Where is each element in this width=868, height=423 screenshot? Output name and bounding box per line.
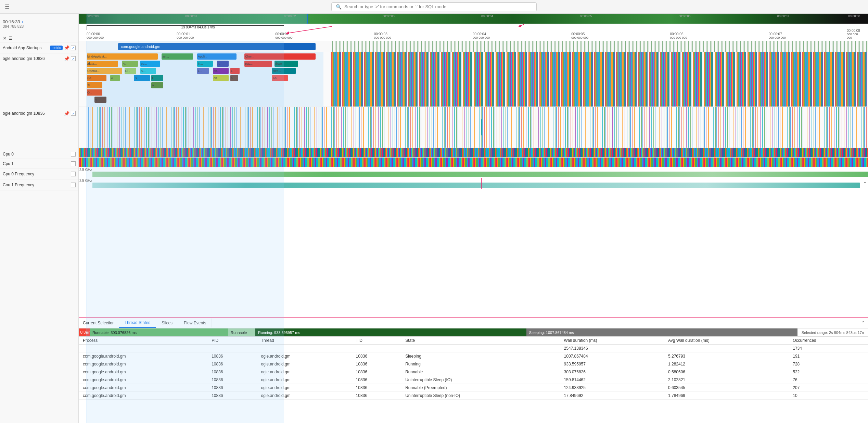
detail-tick-8: 00:00:08000 000 000 (847, 29, 860, 39)
table-summary-row: 2547.138346 1734 (79, 345, 868, 352)
track-label-cpu1-freq: Cou 1 Frequency (0, 179, 78, 190)
table-row: com.google.android.gm10836ogle.android.g… (79, 368, 868, 376)
bottom-panel: Current Selection Thread States Slices F… (79, 317, 868, 423)
flame-an[interactable]: An... (272, 75, 288, 81)
table-row: com.google.android.gm10836ogle.android.g… (79, 352, 868, 360)
tab-flow-events[interactable]: Flow Events (178, 319, 212, 327)
pin-icon-android[interactable]: 📌 (64, 45, 69, 50)
track-row-ogle2[interactable] (79, 107, 868, 148)
flame-on2[interactable]: on... (213, 75, 229, 81)
checkbox-cpu1[interactable] (71, 161, 76, 166)
detail-tick-6: 00:00:06000 000 000 (670, 32, 687, 39)
flame-data[interactable]: /data... (87, 61, 118, 67)
col-state: State (401, 337, 560, 345)
track-row-cpu0-freq[interactable]: 2.5 GHz (79, 167, 868, 178)
flame-appli[interactable]: Appli... (197, 53, 237, 60)
flame-st[interactable]: St... (87, 82, 102, 88)
arrow-overview-to-detail (513, 24, 554, 29)
table-row: com.google.android.gm10836ogle.android.g… (79, 376, 868, 384)
detail-tick-1: 00:00:01000 000 000 (177, 32, 194, 39)
flame-trav[interactable]: trav... (244, 61, 272, 67)
track-label-cpu0-freq: Cpu 0 Frequency (0, 169, 78, 179)
track-row-cpu0[interactable] (79, 148, 868, 158)
checkbox-cpu0-freq[interactable] (71, 172, 76, 176)
tab-thread-states[interactable]: Thread States (119, 318, 156, 328)
flame-a4[interactable]: A (110, 75, 120, 81)
flame-pe[interactable]: pe... (140, 61, 160, 67)
checkbox-cpu1-freq[interactable] (71, 183, 76, 187)
pin-icon-ogle2[interactable]: 📌 (64, 111, 69, 116)
flame-a2[interactable]: A (217, 61, 229, 67)
scroll-hint-icon[interactable]: ⌃ (863, 181, 867, 186)
timeline-area[interactable]: 00:00:00 00:00:01 00:00:02 00:00:03 00:0… (79, 14, 868, 423)
checkbox-cpu0[interactable] (71, 152, 76, 157)
flame-openD[interactable]: OpenD... (87, 68, 122, 74)
flame-in1[interactable]: in... (197, 61, 213, 67)
flame-o3[interactable]: O... (87, 89, 102, 96)
flame-s1[interactable]: S... (134, 75, 150, 81)
collapse-btn[interactable]: ⌃ (858, 320, 868, 326)
flame-l1[interactable]: L... (197, 68, 209, 74)
flame-rec[interactable]: Rec... (272, 68, 296, 74)
detail-tick-5: 00:00:05000 000 000 (571, 32, 588, 39)
data-table: Process PID Thread TID State Wall durati… (79, 337, 868, 400)
tab-slices[interactable]: Slices (156, 319, 178, 327)
flame-l2[interactable]: L (230, 68, 240, 74)
col-avg-wall-duration: Avg Wall duration (ms) (664, 337, 789, 345)
track-row-app-startups[interactable]: com.google.android.gm (79, 41, 868, 52)
state-running: Running: 933.595957 ms (255, 328, 526, 336)
flame-o2[interactable]: o... (151, 82, 163, 88)
checkbox-ogle2[interactable] (71, 111, 76, 116)
bottom-table[interactable]: Process PID Thread TID State Wall durati… (79, 337, 868, 423)
flame-draw1[interactable]: draw (275, 61, 298, 67)
flame-ge[interactable]: Ge... (87, 75, 106, 81)
track-row-ogle1[interactable]: bindApplicat... act... Appli... Chor... … (79, 52, 868, 107)
close-icon[interactable]: ✕ (3, 36, 7, 41)
track-label-text-cpu0-freq: Cpu 0 Frequency (3, 172, 69, 176)
track-row-cpu1-freq[interactable]: 2.5 GHz ⌃ (79, 178, 868, 189)
checkbox-ogle1[interactable] (71, 56, 76, 61)
state-bar: U Uninterruptible Runnable: 303.076826 m… (79, 328, 868, 337)
collapse-icon[interactable]: ⌃ (861, 320, 865, 326)
flame-bindApplication[interactable]: bindApplicat... (87, 53, 158, 60)
cpu1-freq-graph (92, 183, 860, 188)
overview-tick-2: 00:00:02 (284, 14, 296, 18)
cpu1-cursor-line (481, 178, 482, 189)
pin-icon-ogle1[interactable]: 📌 (64, 56, 69, 61)
track-row-cpu1[interactable] (79, 158, 868, 167)
time-ruler: 00:00:00000 000 000 00:00:01000 000 000 … (79, 24, 868, 41)
flame-act[interactable]: act... (162, 53, 193, 60)
overview-tick-1: 00:00:01 (185, 14, 197, 18)
col-occurrences: Occurrences (789, 337, 868, 345)
col-pid: PID (207, 337, 257, 345)
detail-tick-7: 00:00:07000 000 000 (769, 32, 786, 39)
track-label-cpu1: Cpu 1 (0, 159, 78, 169)
search-container: 🔍 (331, 2, 537, 11)
track-label-text-android: Android App Startups (3, 46, 49, 50)
search-input[interactable] (344, 4, 532, 9)
flame-a3[interactable]: A... (140, 68, 156, 74)
svg-line-0 (288, 26, 332, 33)
flame-a1[interactable]: A... (122, 61, 138, 67)
flame-chor[interactable]: Chor... (244, 53, 316, 60)
flame-o1[interactable]: o (230, 75, 238, 81)
flame-v[interactable]: V (94, 97, 106, 103)
track-label-text-cpu0: Cpu 0 (3, 152, 69, 157)
table-row: com.google.android.gm10836ogle.android.g… (79, 392, 868, 400)
flame-l3[interactable]: L... (151, 75, 163, 81)
checkbox-android[interactable] (71, 46, 76, 50)
hamburger-icon[interactable]: ☰ (5, 3, 10, 10)
list-icon[interactable]: ☰ (9, 36, 13, 41)
arrow-to-selection (284, 25, 339, 36)
time-display: 00:16:33 (3, 19, 20, 24)
ogle2-teal-bar (481, 119, 482, 136)
summary-wall-duration: 2547.138346 (560, 345, 664, 352)
overview-tick-0: 00:00:00 (87, 14, 99, 18)
main-layout: 00:16:33 + 364 785 828 ✕ ☰ Android App S… (0, 14, 868, 423)
flame-on1[interactable]: on... (213, 68, 229, 74)
time-plus[interactable]: + (22, 20, 24, 24)
cpu0-freq-label: 2.5 GHz (79, 168, 92, 172)
table-body: com.google.android.gm10836ogle.android.g… (79, 352, 868, 400)
selected-range-info: Selected range: 2s 804ms 843us 17n (797, 331, 868, 335)
flame-ll[interactable]: Ll... (125, 68, 137, 74)
